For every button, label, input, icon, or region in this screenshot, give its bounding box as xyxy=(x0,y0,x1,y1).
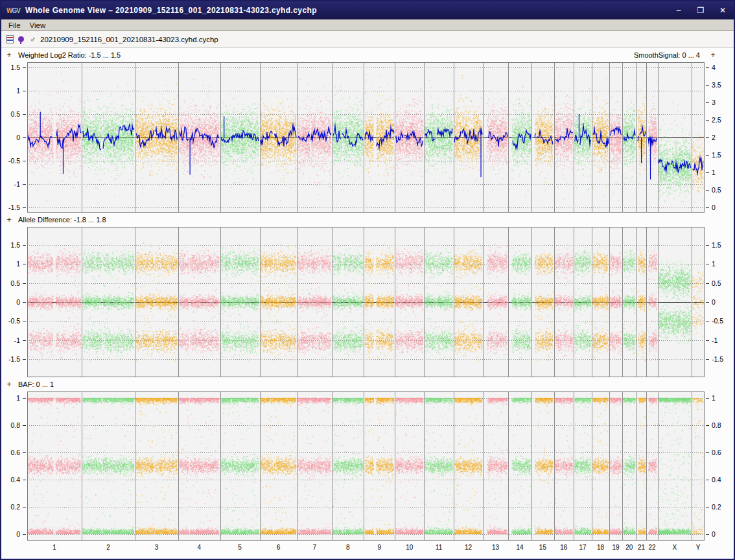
tick-mark xyxy=(706,283,709,284)
tick-mark xyxy=(23,67,26,68)
tick-mark xyxy=(23,184,26,185)
menubar: File View xyxy=(1,19,734,31)
tick-mark xyxy=(706,120,709,121)
tick-mark xyxy=(23,321,26,321)
maximize-button[interactable]: ❐ xyxy=(695,6,706,15)
tick-mark xyxy=(23,264,26,264)
tick-label: 0.2 xyxy=(712,503,721,511)
panel-title-baf: BAF: 0 ... 1 xyxy=(18,380,54,388)
tick-label: 0 xyxy=(16,530,20,538)
tick-label: 2 xyxy=(712,134,716,141)
tick-mark xyxy=(23,507,26,508)
tick-label: 1 xyxy=(712,169,716,176)
tick-mark xyxy=(706,398,709,399)
chromosome-label: 10 xyxy=(406,544,413,551)
plot-baf xyxy=(27,391,705,541)
app-icon: WGV xyxy=(6,7,20,14)
tick-mark xyxy=(706,245,709,246)
chromosome-label: 14 xyxy=(517,544,524,551)
tick-mark xyxy=(706,102,709,103)
tick-label: 1 xyxy=(16,394,20,402)
panel-baf: + BAF: 0 ... 1 10.80.60.40.20 10.80.60.4… xyxy=(1,377,734,541)
tick-mark xyxy=(23,480,26,480)
sample-bar: ♂ 20210909_152116_001_20210831-43023.cyh… xyxy=(1,31,734,48)
tick-label: 0.8 xyxy=(712,421,721,429)
tick-mark xyxy=(706,480,709,480)
allele-difference-plot[interactable] xyxy=(27,227,705,377)
menu-file[interactable]: File xyxy=(4,21,25,30)
baf-plot[interactable] xyxy=(27,391,705,541)
tick-mark xyxy=(706,190,709,191)
y-axis-right-allele: 1.510.50-0.5-1-1.5 xyxy=(705,227,734,377)
tick-mark xyxy=(23,114,26,115)
chromosome-label: 18 xyxy=(597,544,604,551)
chromosome-label: 20 xyxy=(625,544,633,551)
tick-mark xyxy=(706,172,709,173)
panel-body-log2: 1.510.50-0.5-1-1.5 43.532.521.510.50 xyxy=(1,62,734,213)
chromosome-label: 4 xyxy=(198,544,202,551)
tick-label: 4 xyxy=(712,64,716,71)
expander-smoothsignal[interactable]: + xyxy=(709,51,717,60)
tick-mark xyxy=(706,425,709,426)
tick-mark xyxy=(23,425,26,426)
panel-header-log2: + Weighted Log2 Ratio: -1.5 ... 1.5 Smoo… xyxy=(1,48,734,62)
chromosome-label: 1 xyxy=(52,544,56,551)
tick-label: 0.6 xyxy=(712,449,721,456)
panel-title-allele: Allele Difference: -1.8 ... 1.8 xyxy=(18,216,106,224)
panel-allele-difference: + Allele Difference: -1.8 ... 1.8 1.510.… xyxy=(1,213,734,377)
tick-label: 0 xyxy=(712,298,716,306)
tick-label: 0.2 xyxy=(10,503,20,511)
tick-label: 1 xyxy=(16,260,20,268)
close-button[interactable]: ✕ xyxy=(717,6,729,15)
tick-mark xyxy=(23,534,26,535)
tick-mark xyxy=(23,398,26,399)
log2-ratio-plot[interactable] xyxy=(27,62,705,213)
y-axis-right-smoothsignal: 43.532.521.510.50 xyxy=(705,62,734,213)
tick-mark xyxy=(706,507,709,508)
tick-mark xyxy=(23,137,26,138)
window-title: Whole Genome View – 20210909_152116_001_… xyxy=(25,6,317,15)
tick-label: 0.4 xyxy=(712,476,721,484)
tick-label: -1.5 xyxy=(8,355,20,363)
tick-label: 3.5 xyxy=(712,81,721,89)
y-axis-left-log2: 1.510.50-0.5-1-1.5 xyxy=(1,62,27,213)
expander-baf[interactable]: + xyxy=(5,380,13,389)
chromosome-label: 16 xyxy=(560,544,567,551)
chromosome-label: 11 xyxy=(436,544,442,551)
tick-label: -0.5 xyxy=(8,157,20,165)
chromosome-label: 8 xyxy=(346,544,350,551)
y-axis-left-allele: 1.510.50-0.5-1-1.5 xyxy=(1,227,27,377)
tick-mark xyxy=(23,302,26,303)
tick-mark xyxy=(706,264,709,264)
chromosome-label: 7 xyxy=(313,544,317,551)
minimize-button[interactable]: – xyxy=(673,6,684,15)
tick-label: 0 xyxy=(16,298,20,306)
tick-mark xyxy=(23,340,26,341)
sample-name[interactable]: 20210909_152116_001_20210831-43023.cyhd.… xyxy=(40,36,218,43)
tick-mark xyxy=(706,452,709,453)
panel-body-allele: 1.510.50-0.5-1-1.5 1.510.50-0.5-1-1.5 xyxy=(1,227,734,377)
chromosome-label: 2 xyxy=(106,544,110,551)
expander-allele[interactable]: + xyxy=(5,215,13,224)
chromosome-label: 5 xyxy=(238,544,242,551)
male-sex-icon: ♂ xyxy=(30,35,36,44)
tick-label: 1 xyxy=(16,87,20,95)
chromosome-axis: 12345678910111213141516171819202122XY xyxy=(27,541,705,559)
menu-view[interactable]: View xyxy=(25,21,51,30)
expander-log2[interactable]: + xyxy=(5,51,13,60)
tick-label: -1 xyxy=(14,336,20,344)
plot-log2 xyxy=(27,62,705,213)
titlebar: WGV Whole Genome View – 20210909_152116_… xyxy=(1,1,734,19)
chromosome-label: Y xyxy=(696,544,701,551)
tick-label: 1.5 xyxy=(712,151,721,159)
tick-label: -0.5 xyxy=(712,317,723,325)
chromosome-label: 19 xyxy=(612,544,619,551)
chromosome-label: 12 xyxy=(465,544,472,551)
tick-label: 0.8 xyxy=(10,421,20,429)
tick-label: 0.4 xyxy=(10,476,20,484)
y-axis-right-baf: 10.80.60.40.20 xyxy=(705,391,734,541)
tick-mark xyxy=(706,137,709,138)
panel-header-allele: + Allele Difference: -1.8 ... 1.8 xyxy=(1,213,734,227)
tick-mark xyxy=(23,359,26,360)
tick-mark xyxy=(23,91,26,91)
